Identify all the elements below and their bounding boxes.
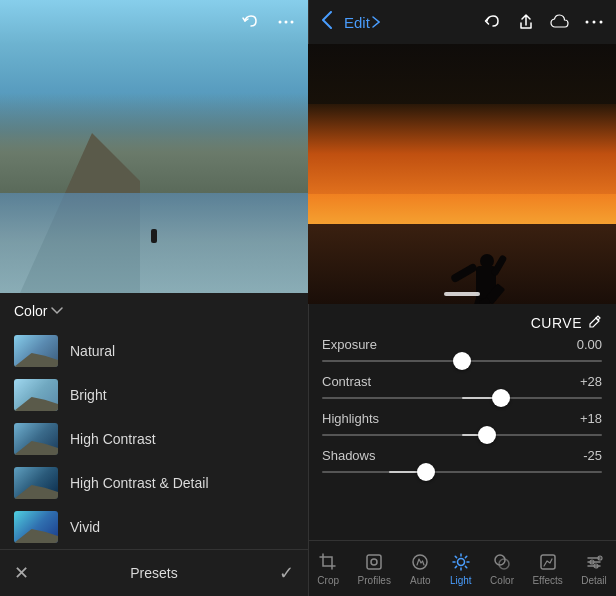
sky-sunset — [308, 104, 616, 204]
svg-rect-6 — [367, 555, 381, 569]
svg-point-2 — [291, 21, 294, 24]
back-button[interactable] — [318, 11, 336, 34]
svg-point-0 — [279, 21, 282, 24]
exposure-track[interactable] — [322, 360, 602, 362]
color-header-label: Color — [14, 303, 47, 319]
svg-point-4 — [593, 21, 596, 24]
right-toolbar: Edit — [308, 0, 616, 44]
preset-thumb-bright — [14, 379, 58, 411]
shadows-thumb[interactable] — [417, 463, 435, 481]
edit-label[interactable]: Edit — [344, 14, 472, 31]
tab-auto[interactable]: Auto — [403, 547, 437, 590]
left-toolbar — [236, 8, 300, 36]
shadows-value: -25 — [566, 448, 602, 463]
bottom-tabs: Crop Profiles Auto — [308, 540, 616, 596]
preset-name-bright: Bright — [70, 387, 107, 403]
curve-label: CURVE — [531, 315, 582, 331]
undo-icon[interactable] — [236, 8, 264, 36]
svg-point-1 — [285, 21, 288, 24]
left-panel: Color Natural Bright High Contrast — [0, 0, 308, 596]
preset-name-natural: Natural — [70, 343, 115, 359]
curve-edit-button[interactable] — [588, 314, 602, 331]
more-icon[interactable] — [272, 8, 300, 36]
auto-icon — [409, 551, 431, 573]
tab-light[interactable]: Light — [444, 547, 478, 590]
preset-thumb-vivid — [14, 511, 58, 543]
preset-name-hc-detail: High Contrast & Detail — [70, 475, 209, 491]
contrast-label-row: Contrast +28 — [322, 374, 602, 389]
color-icon — [491, 551, 513, 573]
preset-name-high-contrast: High Contrast — [70, 431, 156, 447]
preset-item[interactable]: Vivid — [0, 505, 308, 549]
preset-thumb-hc-detail — [14, 467, 58, 499]
shadows-label: Shadows — [322, 448, 375, 463]
water-reflection — [0, 193, 308, 293]
highlights-label: Highlights — [322, 411, 379, 426]
preset-list: Natural Bright High Contrast High Contra… — [0, 329, 308, 549]
shadows-slider-row: Shadows -25 — [322, 448, 602, 473]
preset-thumb-natural — [14, 335, 58, 367]
exposure-label: Exposure — [322, 337, 377, 352]
contrast-slider-row: Contrast +28 — [322, 374, 602, 399]
tab-effects-label: Effects — [532, 575, 562, 586]
tab-effects[interactable]: Effects — [526, 547, 568, 590]
preset-item[interactable]: High Contrast — [0, 417, 308, 461]
presets-label: Presets — [130, 565, 177, 581]
preset-name-vivid: Vivid — [70, 519, 100, 535]
color-header[interactable]: Color — [0, 293, 308, 329]
undo-button[interactable] — [480, 10, 504, 34]
contrast-track[interactable] — [322, 397, 602, 399]
tab-crop-label: Crop — [317, 575, 339, 586]
more-button[interactable] — [582, 10, 606, 34]
tab-detail-label: Detail — [581, 575, 607, 586]
cloud-button[interactable] — [548, 10, 572, 34]
right-panel: Edit — [308, 0, 616, 596]
drag-handle[interactable] — [444, 292, 480, 296]
right-photo — [308, 44, 616, 304]
left-bottom: Color Natural Bright High Contrast — [0, 293, 308, 596]
share-button[interactable] — [514, 10, 538, 34]
svg-point-3 — [586, 21, 589, 24]
curve-header: CURVE — [322, 304, 602, 337]
tab-color[interactable]: Color — [484, 547, 520, 590]
effects-icon — [537, 551, 559, 573]
svg-point-5 — [600, 21, 603, 24]
highlights-slider-row: Highlights +18 — [322, 411, 602, 436]
tab-auto-label: Auto — [410, 575, 431, 586]
presets-footer: ✕ Presets ✓ — [0, 549, 308, 596]
tab-color-label: Color — [490, 575, 514, 586]
confirm-button[interactable]: ✓ — [279, 562, 294, 584]
tab-profiles-label: Profiles — [358, 575, 391, 586]
svg-point-7 — [371, 559, 377, 565]
tab-light-label: Light — [450, 575, 472, 586]
tab-profiles[interactable]: Profiles — [352, 547, 397, 590]
shadows-label-row: Shadows -25 — [322, 448, 602, 463]
light-icon — [450, 551, 472, 573]
highlights-thumb[interactable] — [478, 426, 496, 444]
highlights-value: +18 — [566, 411, 602, 426]
preset-item[interactable]: High Contrast & Detail — [0, 461, 308, 505]
exposure-label-row: Exposure 0.00 — [322, 337, 602, 352]
right-controls: CURVE Exposure 0.00 Contrast +28 — [308, 304, 616, 540]
tab-crop[interactable]: Crop — [311, 547, 345, 590]
profiles-icon — [363, 551, 385, 573]
crop-icon — [317, 551, 339, 573]
highlights-label-row: Highlights +18 — [322, 411, 602, 426]
shadows-track[interactable] — [322, 471, 602, 473]
preset-item[interactable]: Bright — [0, 373, 308, 417]
cancel-button[interactable]: ✕ — [14, 562, 29, 584]
tab-detail[interactable]: Detail — [575, 547, 613, 590]
exposure-thumb[interactable] — [453, 352, 471, 370]
left-photo — [0, 0, 308, 293]
detail-icon — [583, 551, 605, 573]
contrast-thumb[interactable] — [492, 389, 510, 407]
right-toolbar-icons — [480, 10, 606, 34]
exposure-slider-row: Exposure 0.00 — [322, 337, 602, 362]
color-header-arrow — [51, 306, 63, 317]
contrast-label: Contrast — [322, 374, 371, 389]
svg-point-9 — [457, 559, 464, 566]
contrast-value: +28 — [566, 374, 602, 389]
preset-item[interactable]: Natural — [0, 329, 308, 373]
highlights-track[interactable] — [322, 434, 602, 436]
preset-thumb-high-contrast — [14, 423, 58, 455]
